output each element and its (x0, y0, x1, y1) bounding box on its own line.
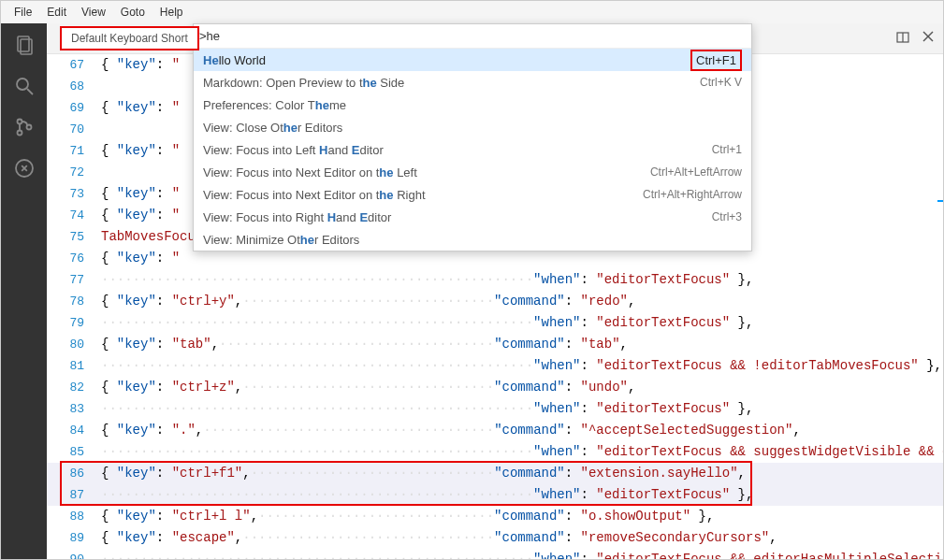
palette-item-keybind: Ctrl+K V (700, 76, 742, 89)
line-number: 83 (47, 398, 101, 420)
palette-item-label: View: Focus into Next Editor on the Left (203, 165, 417, 179)
line-number: 79 (47, 312, 101, 334)
code-content: { "key": "escape",······················… (101, 527, 943, 549)
code-line: 87······································… (47, 484, 943, 506)
code-line: 77······································… (47, 269, 943, 291)
code-line: 81······································… (47, 355, 943, 377)
menu-view[interactable]: View (74, 4, 113, 21)
code-line: 85······································… (47, 441, 943, 463)
code-content: ········································… (101, 484, 943, 506)
palette-item[interactable]: Markdown: Open Preview to the SideCtrl+K… (194, 71, 751, 93)
line-number: 90 (47, 549, 101, 559)
palette-item-label: View: Close Other Editors (203, 121, 342, 135)
code-line: 90······································… (47, 549, 943, 559)
palette-item-label: View: Focus into Right Hand Editor (203, 210, 391, 224)
line-number: 84 (47, 420, 101, 441)
line-number: 73 (47, 183, 101, 205)
files-icon[interactable] (10, 31, 38, 59)
code-content: { "key": ".",···························… (101, 420, 943, 441)
palette-item-label: Preferences: Color Theme (203, 98, 346, 112)
menu-file[interactable]: File (7, 4, 39, 21)
palette-item-keybind: Ctrl+F1 (690, 50, 742, 71)
code-content: ········································… (101, 355, 943, 377)
palette-item[interactable]: View: Focus into Next Editor on the Left… (194, 161, 751, 183)
line-number: 75 (47, 226, 101, 248)
split-editor-icon[interactable] (894, 29, 911, 49)
line-number: 82 (47, 377, 101, 398)
palette-item-keybind: Ctrl+Alt+RightArrow (643, 188, 742, 201)
line-number: 68 (47, 76, 101, 97)
palette-input-row (194, 24, 751, 49)
line-number: 78 (47, 291, 101, 312)
palette-item-keybind: Ctrl+Alt+LeftArrow (650, 165, 742, 179)
line-number: 89 (47, 527, 101, 549)
code-line: 88{ "key": "ctrl+l l",··················… (47, 506, 943, 527)
menu-edit[interactable]: Edit (39, 4, 74, 21)
line-number: 70 (47, 119, 101, 140)
tab-default-keyboard[interactable]: Default Keyboard Short (60, 26, 199, 50)
line-number: 69 (47, 97, 101, 119)
code-content: ········································… (101, 441, 943, 463)
svg-point-6 (26, 125, 31, 130)
code-line: 82{ "key": "ctrl+z",····················… (47, 377, 943, 398)
code-line: 83······································… (47, 398, 943, 420)
menu-goto[interactable]: Goto (113, 4, 152, 21)
command-palette: Hello WorldCtrl+F1Markdown: Open Preview… (193, 23, 752, 251)
palette-item[interactable]: View: Focus into Left Hand EditorCtrl+1 (194, 138, 751, 161)
line-number: 86 (47, 463, 101, 484)
palette-item[interactable]: View: Close Other Editors (194, 116, 751, 138)
line-number: 77 (47, 269, 101, 291)
activity-bar (1, 23, 47, 559)
search-icon[interactable] (10, 72, 38, 100)
code-content: { "key": "ctrl+f1",·····················… (101, 463, 943, 484)
code-line: 79······································… (47, 312, 943, 334)
svg-point-5 (17, 131, 22, 136)
line-number: 81 (47, 355, 101, 377)
palette-item-label: View: Focus into Left Hand Editor (203, 143, 384, 157)
line-number: 80 (47, 334, 101, 355)
palette-item-label: View: Focus into Next Editor on the Righ… (203, 188, 426, 202)
code-line: 84{ "key": ".",·························… (47, 420, 943, 441)
close-icon[interactable] (921, 29, 936, 49)
code-content: { "key": "ctrl+l l",····················… (101, 506, 943, 527)
svg-point-4 (17, 120, 22, 124)
code-content: ········································… (101, 269, 943, 291)
palette-item-label: View: Minimize Other Editors (203, 233, 359, 247)
overview-ruler-mark (937, 200, 943, 202)
palette-item[interactable]: Hello WorldCtrl+F1 (194, 49, 751, 71)
palette-item[interactable]: View: Focus into Right Hand EditorCtrl+3 (194, 206, 751, 228)
debug-icon[interactable] (10, 154, 38, 182)
tab-actions (894, 29, 943, 49)
line-number: 67 (47, 54, 101, 76)
line-number: 74 (47, 205, 101, 226)
line-number: 71 (47, 140, 101, 162)
line-number: 72 (47, 162, 101, 183)
code-line: 89{ "key": "escape",····················… (47, 527, 943, 549)
command-palette-input[interactable] (199, 29, 746, 43)
code-content: { "key": "ctrl+y",······················… (101, 291, 943, 312)
line-number: 88 (47, 506, 101, 527)
menu-help[interactable]: Help (152, 4, 191, 21)
line-number: 76 (47, 248, 101, 269)
palette-item-label: Hello World (203, 53, 266, 67)
tab-label: Default Keyboard Short (71, 32, 188, 45)
source-control-icon[interactable] (10, 113, 38, 141)
code-content: ········································… (101, 312, 943, 334)
line-number: 87 (47, 484, 101, 506)
palette-item[interactable]: View: Focus into Next Editor on the Righ… (194, 183, 751, 206)
code-content: ········································… (101, 398, 943, 420)
code-line: 80{ "key": "tab",·······················… (47, 334, 943, 355)
palette-list: Hello WorldCtrl+F1Markdown: Open Preview… (194, 49, 751, 251)
code-line: 78{ "key": "ctrl+y",····················… (47, 291, 943, 312)
line-number: 85 (47, 441, 101, 463)
code-content: { "key": "ctrl+z",······················… (101, 377, 943, 398)
code-line: 86{ "key": "ctrl+f1",···················… (47, 463, 943, 484)
palette-item-keybind: Ctrl+3 (712, 210, 742, 223)
code-content: { "key": "tab",·························… (101, 334, 943, 355)
palette-item-keybind: Ctrl+1 (712, 143, 742, 156)
menubar: FileEditViewGotoHelp (1, 1, 943, 23)
palette-item[interactable]: View: Minimize Other Editors (194, 228, 751, 251)
svg-line-3 (27, 89, 33, 94)
palette-item[interactable]: Preferences: Color Theme (194, 93, 751, 116)
palette-item-label: Markdown: Open Preview to the Side (203, 76, 404, 90)
